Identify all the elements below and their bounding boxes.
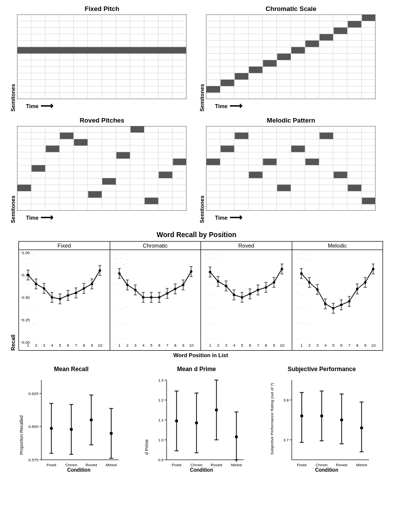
svg-text:1: 1 [300,343,303,347]
svg-text:Chrom: Chrom [191,463,202,467]
svg-point-414 [340,304,342,306]
bottom-charts-section: Mean Recall Proportion Recalled [10,366,383,473]
svg-text:7: 7 [75,343,77,347]
svg-rect-169 [334,172,347,178]
svg-point-233 [99,269,101,272]
melodic-pattern-grid: 12 11 10 9 8 7 6 5 4 3 2 1 0 [206,126,376,211]
svg-rect-167 [305,158,319,165]
chromatic-y-axis-label: Semitones [199,14,205,112]
mean-recall-x-label: Condition [67,467,91,473]
svg-text:6: 6 [249,343,251,347]
svg-text:4: 4 [51,343,53,347]
svg-text:‥ ⠂ ⠁ ‥ ⠂: ‥ ⠂ ⠁ ‥ ⠂ [114,253,128,256]
svg-text:1.0: 1.0 [158,438,164,442]
svg-text:⠁ ⠂ ‥ ⠁ ⠂: ⠁ ⠂ ‥ ⠁ ⠂ [296,292,310,295]
mean-recall-x2: Chrom [65,463,77,467]
mean-recall-x1: Fixed [46,463,56,467]
mean-recall-svg: 0.625 0.600 0.575 [24,375,124,467]
svg-point-299 [166,292,168,295]
svg-rect-72 [348,21,361,27]
chromatic-scale-grid: 12 11 10 9 8 7 6 5 4 3 2 1 0 [206,14,376,99]
svg-text:⠂ ⠁ ‥ ⠂ ⠁: ⠂ ⠁ ‥ ⠂ ⠁ [23,307,36,310]
svg-rect-160 [206,158,220,165]
mean-dprime-title: Mean d Prime [177,366,216,373]
svg-point-294 [126,284,128,286]
svg-point-502 [340,418,343,421]
svg-text:2: 2 [35,343,37,347]
roved-time-label: Time [26,215,38,221]
fixed-pitch-grid: 12 11 10 9 8 7 6 5 4 3 2 1 0 [17,14,187,99]
svg-rect-24 [17,47,186,53]
roved-time-arrow: ⟶ [40,212,53,223]
fixed-x-axis: Time ⟶ [17,101,194,112]
roved-title: Roved Pitches [80,117,125,124]
svg-rect-162 [235,133,248,139]
recall-plot-roved-title: Roved [201,242,292,250]
recall-charts-row: Recall Fixed ‥ ⠂ ⠁ ‥ ⠂ ⠂ ⠁ ⠂ ⠂ ‥ ⠁ ⠂ ⠁ ‥… [10,241,383,358]
svg-rect-114 [60,133,73,139]
svg-text:⠂ ⠁ ‥ ⠂ ⠁: ⠂ ⠁ ‥ ⠂ ⠁ [114,307,128,310]
svg-point-351 [209,271,211,273]
svg-rect-67 [277,54,291,60]
svg-text:0.600: 0.600 [28,424,39,429]
svg-point-416 [356,288,358,290]
svg-rect-115 [74,139,87,145]
svg-point-298 [158,296,160,299]
svg-rect-112 [31,165,45,172]
dprime-y-label: d Prime [144,375,149,455]
svg-text:5: 5 [241,343,243,347]
svg-text:Chrom: Chrom [315,463,327,467]
recall-plot-melodic: Melodic ‥ ⠂ ⠁ ‥ ⠂ ⠂ ⠁ ⠂ ⠂ ‥ ⠂ ⠁ ‥ ⠂ ⠁ ⠂ … [292,241,384,351]
svg-point-480 [235,435,238,438]
svg-point-415 [348,300,350,303]
mean-recall-title: Mean Recall [54,366,88,373]
svg-point-293 [118,272,120,275]
svg-text:9: 9 [91,343,93,347]
svg-text:0.25: 0.25 [22,318,30,322]
svg-text:⠂ ⠁ ⠂ ‥ ⠂: ⠂ ⠁ ⠂ ‥ ⠂ [23,322,36,325]
svg-point-440 [50,427,53,430]
svg-text:9: 9 [182,343,185,347]
svg-point-360 [281,268,283,270]
svg-rect-168 [320,133,333,139]
recall-plot-melodic-title: Melodic [292,242,383,250]
svg-rect-117 [102,178,116,185]
svg-text:Roved: Roved [210,463,222,467]
svg-rect-69 [305,40,319,47]
svg-rect-161 [220,145,234,152]
recall-plots-row: Fixed ‥ ⠂ ⠁ ‥ ⠂ ⠂ ⠁ ⠂ ⠂ ‥ ⠁ ⠂ ⠁ ‥ ⠂ ⠂ ⠁ … [18,241,383,351]
svg-text:⠂ ⠁ ⠂ ⠂ ‥: ⠂ ⠁ ⠂ ⠂ ‥ [296,258,310,261]
piano-roll-chromatic: Chromatic Scale Semitones [199,5,383,112]
svg-text:3: 3 [225,343,227,347]
svg-point-494 [300,414,303,417]
svg-rect-119 [131,126,144,133]
svg-point-296 [142,296,144,299]
piano-roll-fixed: Fixed Pitch Semitones [10,5,194,112]
svg-text:10: 10 [280,343,284,347]
melodic-x-axis: Time ⟶ [206,212,383,223]
recall-plot-chromatic: Chromatic ‥ ⠂ ⠁ ‥ ⠂ ⠂ ⠁ ⠂ ⠂ ‥ ⠁ ⠂ ⠁ ‥ ⠂ … [110,241,201,351]
svg-rect-118 [116,152,130,158]
svg-text:Roved: Roved [336,463,347,467]
svg-text:‥ ⠂ ⠁ ‥ ⠂: ‥ ⠂ ⠁ ‥ ⠂ [296,253,310,256]
word-position-label: Word Position in List [18,352,383,358]
svg-text:1: 1 [27,343,29,347]
svg-text:⠂ ⠁ ⠂ ⠂ ‥: ⠂ ⠁ ⠂ ⠂ ‥ [205,258,218,261]
svg-rect-66 [263,60,276,67]
svg-text:⠂ ⠁ ⠂ ⠂ ‥: ⠂ ⠁ ⠂ ⠂ ‥ [23,258,36,261]
fixed-time-arrow: ⟶ [40,101,53,112]
svg-rect-121 [159,172,172,178]
svg-text:‥ ⠂ ⠁ ‥ ⠂: ‥ ⠂ ⠁ ‥ ⠂ [205,337,218,340]
svg-text:Fixed: Fixed [172,463,182,467]
svg-text:0.75: 0.75 [22,273,30,277]
svg-point-230 [75,292,77,294]
subjective-perf-title: Subjective Performance [288,366,356,373]
svg-text:2: 2 [308,343,311,347]
svg-text:1.2: 1.2 [158,398,164,402]
svg-rect-113 [46,145,59,152]
svg-point-228 [59,298,61,300]
svg-rect-64 [235,73,248,80]
svg-text:1.3: 1.3 [158,378,164,383]
svg-point-418 [372,268,374,270]
subjective-x-label: Condition [315,467,339,473]
